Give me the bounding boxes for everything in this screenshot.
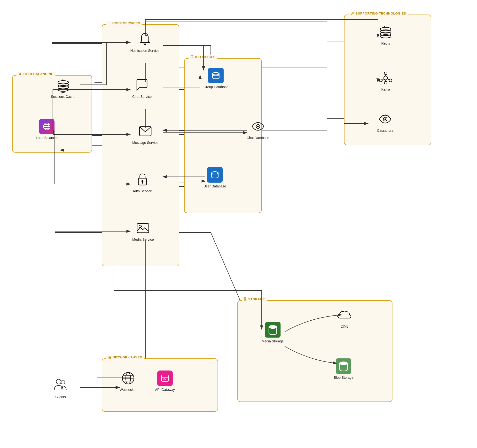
redis-label: Redis bbox=[381, 41, 390, 46]
svg-point-56 bbox=[56, 379, 61, 384]
cdn-icon bbox=[337, 308, 352, 323]
svg-point-29 bbox=[384, 72, 387, 75]
storage-group: 🗄 STORAGE bbox=[237, 300, 392, 402]
chat-db-eye-icon bbox=[250, 119, 266, 134]
cassandra-node: Cassandra bbox=[377, 111, 393, 133]
svg-point-28 bbox=[384, 76, 388, 80]
supporting-tech-label: 🔑 SUPPORTING TECHNOLOGIES bbox=[348, 12, 408, 15]
sessions-cache-label: Sessions Cache bbox=[51, 94, 75, 99]
media-storage-node: Media Storage bbox=[262, 322, 284, 343]
group-db-icon bbox=[208, 68, 224, 83]
load-balancing-label: ⚙ LOAD BALANCING bbox=[16, 72, 55, 76]
load-balancer-node: Load Balancer bbox=[36, 119, 58, 140]
svg-point-32 bbox=[389, 79, 392, 82]
load-balancer-icon bbox=[39, 119, 55, 134]
svg-point-13 bbox=[141, 180, 143, 182]
auth-service-node: Auth Service bbox=[133, 172, 152, 193]
kafka-icon bbox=[378, 70, 393, 86]
svg-point-20 bbox=[257, 126, 259, 127]
api-gateway-label: API Gateway bbox=[155, 387, 175, 392]
redis-icon: ✦ bbox=[378, 24, 393, 40]
media-storage-icon bbox=[265, 322, 281, 338]
databases-label: 🗄 DATABASES bbox=[188, 55, 217, 59]
chat-service-label: Chat Service bbox=[132, 94, 152, 99]
media-service-node: Media Service bbox=[132, 220, 154, 242]
auth-icon bbox=[135, 172, 150, 187]
svg-rect-15 bbox=[137, 224, 149, 233]
chat-database-label: Chat Database bbox=[247, 136, 269, 140]
clients-node: Clients bbox=[53, 378, 68, 399]
diagram-container: ⚙ LOAD BALANCING ✦ Sessions Cache bbox=[0, 0, 477, 448]
blob-storage-node: Blob Storage bbox=[334, 358, 353, 380]
kafka-node: Kafka bbox=[378, 70, 393, 92]
blob-storage-icon bbox=[336, 358, 351, 374]
group-database-node: Group Database bbox=[203, 68, 228, 89]
svg-text:✦: ✦ bbox=[61, 79, 64, 82]
auth-service-label: Auth Service bbox=[133, 189, 152, 193]
chat-icon bbox=[134, 77, 150, 93]
svg-point-31 bbox=[379, 79, 382, 82]
svg-text:✦: ✦ bbox=[383, 26, 386, 29]
svg-point-38 bbox=[384, 118, 386, 120]
notification-icon: ✦ bbox=[137, 31, 153, 47]
media-icon bbox=[135, 220, 151, 236]
cassandra-icon bbox=[377, 111, 393, 127]
sessions-cache-icon: ✦ bbox=[55, 77, 71, 93]
media-service-label: Media Service bbox=[132, 237, 154, 242]
message-icon bbox=[138, 124, 153, 139]
svg-text:</>: </> bbox=[163, 378, 166, 381]
blob-storage-label: Blob Storage bbox=[334, 375, 353, 380]
sessions-cache-node: ✦ Sessions Cache bbox=[51, 77, 75, 99]
websocket-node: Websocket bbox=[120, 371, 136, 392]
user-db-icon bbox=[207, 167, 223, 183]
user-database-node: User Database bbox=[203, 167, 226, 188]
svg-point-57 bbox=[61, 380, 65, 384]
notification-service-node: ✦ Notification Service bbox=[130, 31, 159, 53]
api-gateway-node: </> API Gateway bbox=[155, 371, 175, 392]
clients-label: Clients bbox=[55, 395, 66, 399]
group-database-label: Group Database bbox=[203, 85, 228, 89]
storage-label: 🗄 STORAGE bbox=[242, 297, 267, 301]
network-layer-label: ⛓ NETWORK LAYER bbox=[106, 355, 144, 359]
media-storage-label: Media Storage bbox=[262, 339, 284, 343]
kafka-label: Kafka bbox=[381, 87, 390, 92]
user-database-label: User Database bbox=[203, 184, 226, 188]
chat-service-node: Chat Service bbox=[132, 77, 152, 99]
websocket-label: Websocket bbox=[120, 387, 136, 392]
clients-icon bbox=[53, 378, 68, 393]
core-services-label: ☰ CORE SERVICES bbox=[106, 21, 142, 25]
cassandra-label: Cassandra bbox=[377, 128, 393, 133]
load-balancer-label: Load Balancer bbox=[36, 136, 58, 140]
chat-database-node: Chat Database bbox=[247, 119, 269, 140]
websocket-icon bbox=[120, 371, 136, 386]
svg-line-35 bbox=[382, 79, 384, 80]
cdn-label: CDN bbox=[341, 324, 348, 329]
message-service-label: Message Service bbox=[132, 140, 158, 145]
cdn-node: CDN bbox=[337, 308, 352, 329]
svg-line-36 bbox=[387, 79, 389, 80]
svg-point-17 bbox=[212, 72, 219, 75]
svg-text:✦: ✦ bbox=[146, 34, 148, 37]
svg-point-30 bbox=[384, 81, 387, 84]
message-service-node: Message Service bbox=[132, 124, 158, 145]
redis-node: ✦ Redis bbox=[378, 24, 393, 46]
api-gateway-icon: </> bbox=[157, 371, 173, 386]
notification-service-label: Notification Service bbox=[130, 48, 159, 53]
svg-point-21 bbox=[211, 172, 218, 174]
